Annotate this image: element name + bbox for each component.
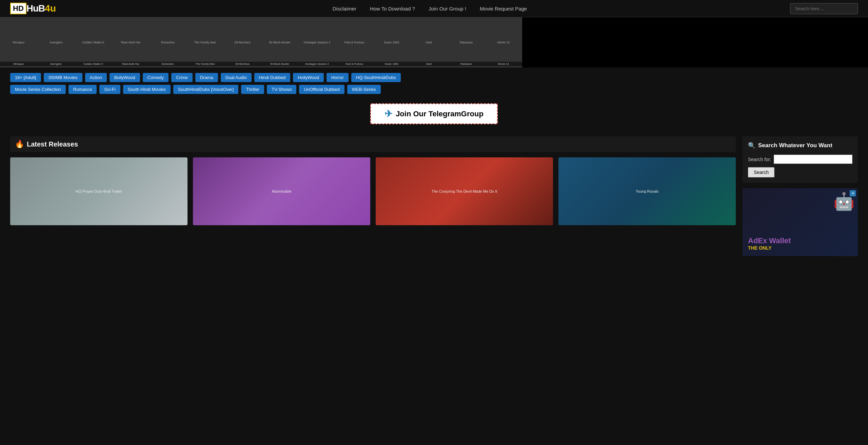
header: HD HuB 4u Disclaimer How To Download ? J… (0, 0, 868, 17)
search-for-label: Search for: (748, 157, 771, 162)
movie-card[interactable]: Abominable (193, 157, 370, 225)
telegram-banner: ✈ Join Our TelegramGroup (0, 100, 868, 130)
category-tag[interactable]: Comedy (143, 73, 169, 82)
ad-brand: AdEx Wallet (748, 236, 791, 245)
movie-grid: HQ Proper Dub Hindi Trailer Abominable T… (10, 157, 736, 225)
category-tag[interactable]: HQ-SouthHindiDubs (351, 73, 401, 82)
category-tag[interactable]: HollyWood (293, 73, 324, 82)
category-tag[interactable]: Romance (68, 85, 97, 94)
poster-item[interactable]: Gulabo Sitabo 5Gulabo Sitabo 5 (75, 17, 112, 67)
movie-card[interactable]: Young Royals (558, 157, 736, 225)
header-search-area (790, 3, 858, 14)
movie-card[interactable]: The Conjuring The Devil Made Me Do It (376, 157, 553, 225)
movie-card[interactable]: HQ Proper Dub Hindi Trailer (10, 157, 188, 225)
movie-poster: Young Royals (558, 157, 736, 225)
search-widget-input[interactable] (774, 155, 852, 164)
logo-hub: HuB (26, 3, 45, 14)
poster-item[interactable]: AvengersAvengers (37, 17, 75, 67)
fire-icon: 🔥 (15, 140, 24, 149)
ad-brand-word: Wallet (769, 236, 791, 245)
telegram-join-box[interactable]: ✈ Join Our TelegramGroup (370, 103, 498, 124)
ad-brand-pre: AdEx (748, 236, 769, 245)
poster-item[interactable]: MirzapurMirzapur (0, 17, 37, 67)
nav-how-to-download[interactable]: How To Download ? (370, 6, 415, 12)
search-widget-title: 🔍 Search Whatever You Want (748, 142, 852, 149)
telegram-icon: ✈ (384, 108, 392, 119)
header-search-input[interactable] (790, 3, 858, 14)
nav-disclaimer[interactable]: Disclaimer (333, 6, 356, 12)
category-tag[interactable]: Crime (171, 73, 193, 82)
category-tag[interactable]: 18+ [Adult] (10, 73, 41, 82)
nav-movie-request[interactable]: Movie Request Page (480, 6, 527, 12)
category-tag[interactable]: Hindi Dubbed (254, 73, 291, 82)
poster-item[interactable]: Dil BecharaDil Bechara (224, 17, 261, 67)
tags-section: 18+ [Adult]300MB MoviesActionBollyWoodCo… (0, 67, 868, 100)
ad-tagline: THE ONLY (748, 245, 772, 251)
poster-item[interactable]: Movie 14Movie 14 (485, 17, 522, 67)
category-tag[interactable]: UnOfficial Dubbed (299, 85, 344, 94)
category-tag[interactable]: 300MB Movies (44, 73, 82, 82)
poster-item[interactable]: Hostages Season 2Hostages Season 2 (298, 17, 336, 67)
poster-item[interactable]: RatsasanRatsasan (448, 17, 485, 67)
movie-poster: The Conjuring The Devil Made Me Do It (376, 157, 553, 225)
poster-item[interactable]: DarkDark (410, 17, 448, 67)
main-nav: Disclaimer How To Download ? Join Our Gr… (70, 6, 790, 12)
poster-item[interactable]: Raat Akeli HaiRaat Akeli Hai (112, 17, 149, 67)
category-tag[interactable]: WEB-Series (347, 85, 381, 94)
telegram-text: Join Our TelegramGroup (396, 110, 484, 118)
ad-robot-icon: 🤖 (833, 192, 854, 211)
category-tag[interactable]: BollyWood (110, 73, 140, 82)
movie-poster: HQ Proper Dub Hindi Trailer (10, 157, 188, 225)
latest-releases-title: Latest Releases (27, 140, 78, 148)
category-tag[interactable]: Action (85, 73, 107, 82)
search-widget-button[interactable]: Search (748, 167, 774, 177)
search-form-row: Search for: (748, 155, 852, 164)
poster-item[interactable]: ExtractionExtraction (149, 17, 186, 67)
widget-search-icon: 🔍 (748, 142, 755, 149)
category-tag[interactable]: TV-Shows (267, 85, 296, 94)
poster-item[interactable]: The Family ManThe Family Man (186, 17, 224, 67)
site-logo[interactable]: HD HuB 4u (10, 3, 56, 14)
latest-releases-header: 🔥 Latest Releases (10, 136, 736, 152)
category-tag[interactable]: Movie Series Collection (10, 85, 66, 94)
right-section: 🔍 Search Whatever You Want Search for: S… (743, 136, 858, 256)
search-widget-heading: Search Whatever You Want (758, 142, 832, 149)
category-tag[interactable]: Drama (195, 73, 218, 82)
category-tag[interactable]: Horror (327, 73, 349, 82)
logo-hd: HD (10, 3, 26, 14)
poster-item[interactable]: Scam 1992Scam 1992 (373, 17, 410, 67)
ad-widget: ✕ 🤖 AdEx Wallet THE ONLY (743, 188, 858, 256)
category-tag[interactable]: SouthHindiDubs [VoiceOver] (173, 85, 239, 94)
poster-item[interactable]: 50 Block Buster50 Block Buster (261, 17, 298, 67)
poster-strip: MirzapurMirzapurAvengersAvengersGulabo S… (0, 17, 868, 67)
main-content: 🔥 Latest Releases HQ Proper Dub Hindi Tr… (0, 130, 868, 263)
category-tag[interactable]: South Hindi Movies (123, 85, 171, 94)
left-section: 🔥 Latest Releases HQ Proper Dub Hindi Tr… (10, 136, 736, 256)
tags-row-1: 18+ [Adult]300MB MoviesActionBollyWoodCo… (10, 73, 858, 82)
tags-row-2: Movie Series CollectionRomanceSci-FiSout… (10, 85, 858, 94)
poster-item[interactable]: Fast & FuriousFast & Furious (336, 17, 373, 67)
search-widget: 🔍 Search Whatever You Want Search for: S… (743, 136, 858, 183)
movie-poster: Abominable (193, 157, 370, 225)
nav-join-group[interactable]: Join Our Group ! (429, 6, 466, 12)
category-tag[interactable]: Sci-Fi (99, 85, 120, 94)
logo-4u: 4u (45, 3, 56, 14)
ad-inner: ✕ 🤖 AdEx Wallet THE ONLY (743, 188, 858, 256)
category-tag[interactable]: Thriller (241, 85, 264, 94)
category-tag[interactable]: Dual Audio (221, 73, 252, 82)
